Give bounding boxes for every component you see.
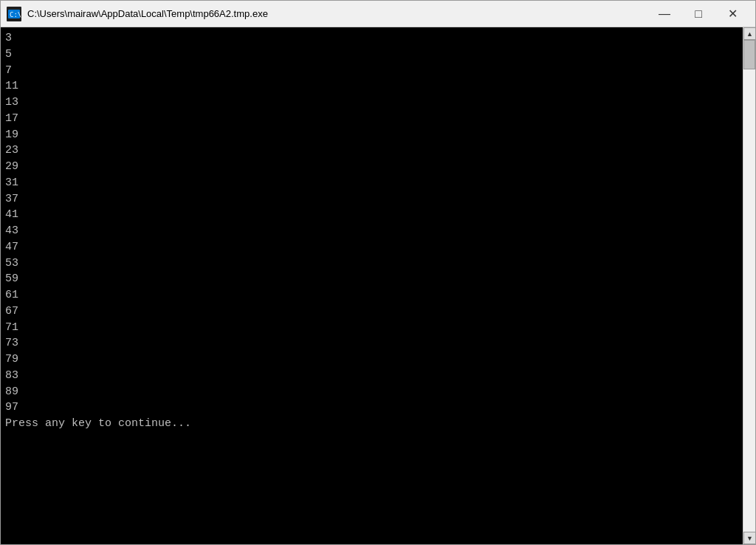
console-line: 59: [5, 271, 738, 287]
console-line: 17: [5, 111, 738, 127]
console-line: 43: [5, 223, 738, 239]
console-area: 3571113171923293137414347535961677173798…: [1, 27, 755, 544]
console-line: 29: [5, 159, 738, 175]
minimize-button[interactable]: —: [647, 2, 681, 26]
console-line: 31: [5, 175, 738, 191]
console-line: 5: [5, 47, 738, 63]
console-line: Press any key to continue...: [5, 416, 738, 432]
scrollbar-thumb[interactable]: [743, 40, 755, 69]
scroll-down-button[interactable]: ▼: [743, 532, 755, 544]
console-line: 47: [5, 239, 738, 256]
console-line: 3: [5, 30, 738, 47]
app-icon: C:\: [7, 7, 21, 21]
console-line: 73: [5, 335, 738, 352]
console-line: 11: [5, 78, 738, 95]
scrollbar-track[interactable]: [743, 40, 755, 532]
console-output: 3571113171923293137414347535961677173798…: [1, 27, 743, 544]
console-line: 19: [5, 127, 738, 143]
console-line: 53: [5, 256, 738, 272]
window-controls: — □ ✕: [647, 2, 749, 26]
console-line: 79: [5, 352, 738, 368]
title-bar: C:\ C:\Users\mairaw\AppData\Local\Temp\t…: [1, 1, 755, 27]
console-line: 37: [5, 191, 738, 208]
console-line: 71: [5, 320, 738, 336]
console-line: 97: [5, 400, 738, 416]
close-button[interactable]: ✕: [715, 2, 749, 26]
console-line: 83: [5, 368, 738, 384]
console-line: 23: [5, 143, 738, 159]
scrollbar[interactable]: ▲ ▼: [743, 27, 755, 544]
console-line: 7: [5, 63, 738, 79]
console-line: 67: [5, 304, 738, 320]
console-line: 41: [5, 207, 738, 223]
console-line: 13: [5, 95, 738, 111]
maximize-button[interactable]: □: [681, 2, 715, 26]
console-line: 89: [5, 384, 738, 400]
svg-text:C:\: C:\: [10, 11, 21, 18]
window-title: C:\Users\mairaw\AppData\Local\Temp\tmp66…: [27, 8, 647, 19]
scroll-up-button[interactable]: ▲: [743, 27, 755, 40]
console-line: 61: [5, 287, 738, 304]
console-window: C:\ C:\Users\mairaw\AppData\Local\Temp\t…: [0, 0, 756, 545]
